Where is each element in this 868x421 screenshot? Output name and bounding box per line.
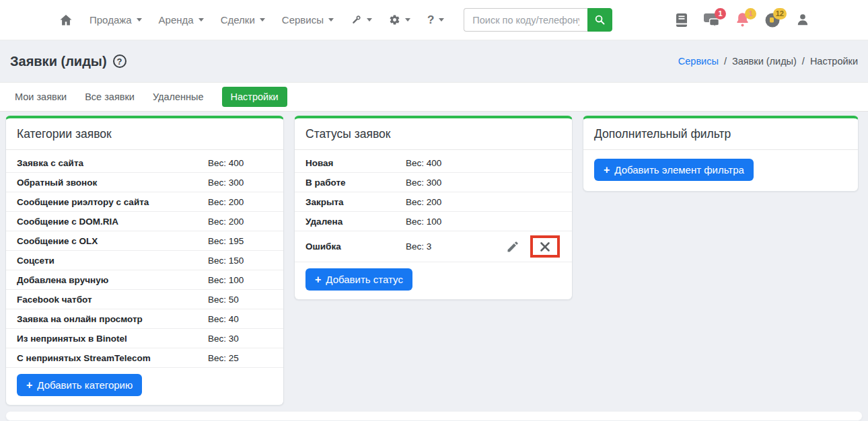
category-name: Сообщение риэлтору с сайта bbox=[17, 197, 208, 207]
annotation-highlight-box bbox=[530, 235, 560, 258]
settings-dropdown[interactable] bbox=[389, 14, 410, 26]
category-name: Сообщение с DOM.RIA bbox=[17, 217, 208, 227]
coin-icon[interactable]: 12 bbox=[764, 11, 781, 30]
caret-down-icon bbox=[137, 18, 142, 22]
category-row[interactable]: Заявка с сайта Вес: 400 bbox=[6, 153, 283, 173]
add-category-button[interactable]: + Добавить категорию bbox=[17, 374, 142, 396]
category-name: Добавлена вручную bbox=[17, 275, 208, 285]
user-icon[interactable] bbox=[794, 11, 811, 30]
category-row[interactable]: Из непринятых в Binotel Вес: 30 bbox=[6, 329, 283, 348]
pencil-icon bbox=[506, 240, 519, 254]
status-row-actions bbox=[506, 235, 561, 258]
category-weight: Вес: 195 bbox=[208, 236, 244, 246]
add-status-button[interactable]: + Добавить статус bbox=[305, 268, 412, 291]
caret-down-icon bbox=[439, 18, 444, 22]
category-weight: Вес: 300 bbox=[208, 178, 244, 188]
status-name: Ошибка bbox=[305, 241, 406, 252]
search-icon bbox=[594, 14, 606, 26]
status-weight: Вес: 200 bbox=[406, 197, 441, 207]
breadcrumb-separator: / bbox=[802, 56, 805, 67]
category-weight: Вес: 30 bbox=[208, 334, 239, 344]
tools-dropdown[interactable] bbox=[351, 14, 372, 26]
nav-menu-item[interactable]: Продажа bbox=[89, 14, 142, 26]
statuses-panel-title: Статусы заявок bbox=[295, 118, 572, 150]
footer-bar bbox=[5, 411, 863, 421]
status-row[interactable]: Удалена Вес: 100 bbox=[295, 212, 572, 231]
tab-label: Настройки bbox=[231, 91, 279, 102]
journal-icon[interactable] bbox=[673, 11, 690, 30]
tab-label: Все заявки bbox=[85, 91, 135, 102]
caret-down-icon bbox=[260, 18, 265, 22]
add-category-label: Добавить категорию bbox=[37, 379, 133, 391]
category-row[interactable]: Добавлена вручную Вес: 100 bbox=[6, 270, 283, 290]
nav-menu-label: Сервисы bbox=[282, 14, 324, 26]
gear-icon bbox=[389, 14, 400, 26]
category-row[interactable]: Сообщение с OLX Вес: 195 bbox=[6, 231, 283, 251]
category-row[interactable]: С непринятых StreamTelecom Вес: 25 bbox=[6, 348, 283, 368]
status-row[interactable]: Новая Вес: 400 bbox=[295, 153, 572, 173]
tab[interactable]: Настройки bbox=[222, 87, 287, 107]
edit-status-button[interactable] bbox=[506, 240, 519, 254]
categories-panel: Категории заявок Заявка с сайта Вес: 400… bbox=[5, 116, 284, 406]
caret-down-icon bbox=[405, 18, 410, 22]
status-row[interactable]: В работе Вес: 300 bbox=[295, 173, 572, 192]
home-icon[interactable] bbox=[59, 13, 73, 27]
messages-badge: 1 bbox=[715, 8, 726, 20]
category-row[interactable]: Соцсети Вес: 150 bbox=[6, 251, 283, 270]
category-row[interactable]: Заявка на онлайн просмотр Вес: 40 bbox=[6, 309, 283, 329]
category-weight: Вес: 25 bbox=[208, 353, 239, 363]
help-dropdown[interactable]: ? bbox=[427, 13, 444, 27]
status-weight: Вес: 400 bbox=[406, 158, 441, 168]
category-name: Facebook чатбот bbox=[17, 295, 208, 305]
plus-icon: + bbox=[26, 380, 32, 391]
delete-status-button[interactable] bbox=[540, 241, 550, 252]
breadcrumb-item: Заявки (лиды) bbox=[732, 56, 797, 67]
tab[interactable]: Мои заявки bbox=[15, 91, 67, 102]
category-weight: Вес: 200 bbox=[208, 217, 244, 227]
additional-filter-panel: Дополнительный фильтр + Добавить элемент… bbox=[583, 116, 859, 192]
tab-label: Мои заявки bbox=[15, 91, 67, 102]
caret-down-icon bbox=[328, 18, 334, 22]
category-weight: Вес: 400 bbox=[208, 158, 244, 168]
status-row[interactable]: Ошибка Вес: 3 bbox=[295, 231, 572, 262]
top-navbar: Продажа Аренда Сделки Сервисы ? bbox=[0, 0, 868, 40]
status-name: В работе bbox=[305, 178, 406, 188]
search-input[interactable] bbox=[464, 8, 587, 32]
bell-icon[interactable]: 1 bbox=[733, 11, 751, 30]
page-header: Заявки (лиды) ? Сервисы / Заявки (лиды) … bbox=[0, 40, 868, 82]
search-button[interactable] bbox=[587, 8, 612, 32]
category-row[interactable]: Facebook чатбот Вес: 50 bbox=[6, 290, 283, 309]
add-filter-element-button[interactable]: + Добавить элемент фильтра bbox=[594, 159, 754, 181]
plus-icon: + bbox=[604, 165, 610, 176]
category-name: Соцсети bbox=[17, 256, 208, 266]
nav-menu-item[interactable]: Сервисы bbox=[282, 14, 334, 26]
caret-down-icon bbox=[198, 18, 204, 22]
nav-menu-item[interactable]: Сделки bbox=[221, 14, 265, 26]
status-weight: Вес: 100 bbox=[406, 217, 441, 227]
tab[interactable]: Удаленные bbox=[153, 91, 204, 102]
add-filter-element-label: Добавить элемент фильтра bbox=[614, 164, 744, 176]
breadcrumb-link-services[interactable]: Сервисы bbox=[678, 56, 719, 67]
add-status-label: Добавить статус bbox=[326, 274, 403, 285]
breadcrumb: Сервисы / Заявки (лиды) / Настройки bbox=[678, 56, 858, 67]
status-weight: Вес: 300 bbox=[406, 178, 441, 188]
messages-icon[interactable]: 1 bbox=[703, 11, 721, 30]
category-row[interactable]: Сообщение с DOM.RIA Вес: 200 bbox=[6, 212, 283, 231]
breadcrumb-separator: / bbox=[724, 56, 727, 67]
nav-menu-label: Сделки bbox=[221, 14, 255, 26]
category-name: Заявка с сайта bbox=[17, 158, 208, 168]
page-help-icon[interactable]: ? bbox=[113, 54, 126, 68]
statuses-panel: Статусы заявок Новая Вес: 400 В работе В… bbox=[294, 116, 573, 300]
nav-menu-item[interactable]: Аренда bbox=[159, 14, 204, 26]
status-weight: Вес: 3 bbox=[406, 241, 431, 252]
tab[interactable]: Все заявки bbox=[85, 91, 135, 102]
category-name: Заявка на онлайн просмотр bbox=[17, 314, 208, 324]
category-row[interactable]: Обратный звонок Вес: 300 bbox=[6, 173, 283, 192]
status-row[interactable]: Закрыта Вес: 200 bbox=[295, 192, 572, 212]
content-area: Категории заявок Заявка с сайта Вес: 400… bbox=[0, 112, 868, 406]
x-icon bbox=[540, 241, 550, 252]
status-name: Новая bbox=[305, 158, 406, 168]
nav-menu-label: Аренда bbox=[159, 14, 194, 26]
category-row[interactable]: Сообщение риэлтору с сайта Вес: 200 bbox=[6, 192, 283, 212]
tabs-bar: Мои заявки Все заявки Удаленные Настройк… bbox=[0, 82, 868, 112]
